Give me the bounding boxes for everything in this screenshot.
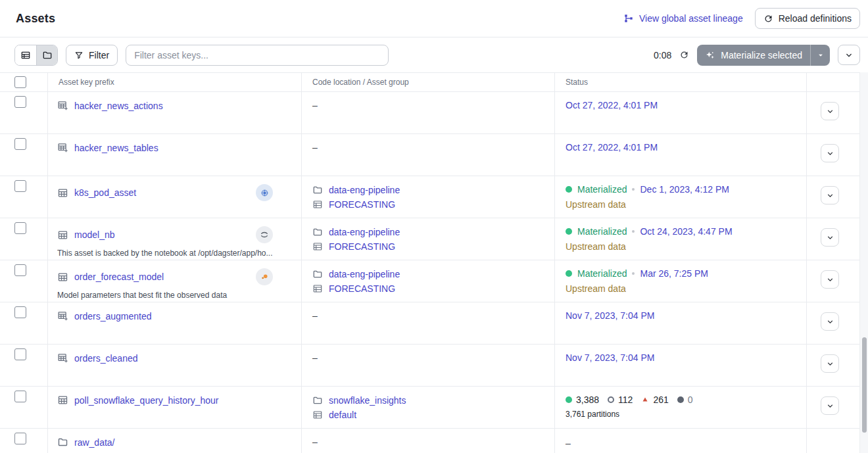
asset-group-link[interactable]: default: [329, 410, 356, 420]
code-location-link[interactable]: data-eng-pipeline: [329, 185, 400, 195]
filter-button-label: Filter: [89, 50, 109, 60]
empty-value: –: [312, 99, 318, 110]
asset-key-link[interactable]: hacker_news_actions: [74, 101, 163, 111]
folder-icon: [312, 185, 323, 195]
reload-definitions-button[interactable]: Reload definitions: [755, 8, 860, 29]
status-date-link[interactable]: Oct 24, 2023, 4:47 PM: [640, 226, 732, 237]
code-location-link[interactable]: snowflake_insights: [329, 395, 406, 406]
code-location-link[interactable]: data-eng-pipeline: [329, 227, 400, 237]
list-view-icon: [20, 50, 31, 60]
asset-key-link[interactable]: orders_cleaned: [74, 353, 138, 364]
row-expand-button[interactable]: [821, 312, 839, 331]
asset-group-link[interactable]: FORECASTING: [329, 283, 395, 294]
row-checkbox[interactable]: [14, 138, 26, 150]
asset-key-link[interactable]: poll_snowflake_query_history_hour: [74, 395, 218, 406]
row-checkbox[interactable]: [14, 433, 26, 444]
row-checkbox[interactable]: [14, 348, 26, 360]
status-label: Materialized: [577, 184, 627, 195]
materialized-dot: [566, 186, 572, 193]
table-header-row: Asset key prefix Code location / Asset g…: [0, 72, 859, 91]
asset-key-link[interactable]: raw_data/: [74, 437, 114, 448]
table-icon: [57, 229, 68, 241]
row-checkbox[interactable]: [14, 222, 26, 234]
separator-dot: [632, 188, 635, 191]
empty-value: –: [312, 435, 318, 447]
table-row: orders_cleaned – Nov 7, 2023, 7:04 PM: [0, 344, 859, 386]
asset-key-link[interactable]: k8s_pod_asset: [74, 187, 136, 198]
refresh-timer: 0:08: [654, 50, 671, 60]
status-note: Upstream data: [566, 283, 796, 294]
view-global-asset-lineage-link[interactable]: View global asset lineage: [623, 13, 743, 24]
empty-value: –: [566, 437, 571, 448]
row-expand-button[interactable]: [821, 144, 839, 162]
scikit-learn-icon: [256, 268, 273, 285]
jupyter-icon: [256, 226, 273, 243]
asset-group-link[interactable]: FORECASTING: [329, 199, 395, 210]
failed-partitions-icon: [641, 396, 649, 404]
status-date-link[interactable]: Nov 7, 2023, 7:04 PM: [566, 352, 654, 363]
asset-key-link[interactable]: model_nb: [74, 229, 115, 240]
row-expand-button[interactable]: [821, 228, 839, 247]
filter-asset-keys-input[interactable]: [126, 45, 389, 66]
table-row: raw_data/ – –: [0, 428, 859, 453]
row-checkbox[interactable]: [14, 306, 26, 318]
table-plus-icon: [57, 100, 68, 111]
vertical-scrollbar[interactable]: [862, 337, 867, 433]
observed-count: 112: [618, 394, 633, 405]
empty-value: –: [312, 141, 318, 153]
status-note: Upstream data: [566, 199, 796, 210]
status-date-link[interactable]: Nov 7, 2023, 7:04 PM: [566, 310, 654, 321]
list-view-button[interactable]: [15, 45, 36, 65]
table-row: orders_augmented – Nov 7, 2023, 7:04 PM: [0, 302, 859, 344]
status-date-link[interactable]: Mar 26, 7:25 PM: [640, 268, 708, 279]
row-expand-button[interactable]: [821, 354, 839, 373]
row-expand-button[interactable]: [821, 102, 839, 120]
missing-partitions-dot: [677, 396, 684, 403]
materialize-options-button[interactable]: [810, 45, 830, 66]
asset-group-icon: [312, 283, 323, 294]
select-all-checkbox[interactable]: [14, 76, 26, 88]
materialized-dot: [566, 270, 572, 277]
observed-partitions-icon: [608, 396, 614, 403]
row-checkbox[interactable]: [14, 96, 26, 108]
status-date-link[interactable]: Oct 27, 2022, 4:01 PM: [566, 100, 658, 110]
status-label: Materialized: [577, 268, 627, 279]
row-expand-button[interactable]: [821, 186, 839, 204]
separator-dot: [632, 272, 635, 275]
filter-button[interactable]: Filter: [66, 45, 118, 66]
more-actions-button[interactable]: [838, 45, 860, 65]
folder-icon: [312, 227, 323, 237]
materialize-split-button: Materialize selected: [697, 45, 830, 66]
asset-key-link[interactable]: order_forecast_model: [74, 272, 164, 282]
column-header-location: Code location / Asset group: [301, 73, 554, 91]
assets-table: Asset key prefix Code location / Asset g…: [0, 72, 859, 453]
folder-icon: [312, 269, 323, 279]
status-date-link[interactable]: Oct 27, 2022, 4:01 PM: [566, 142, 658, 153]
empty-value: –: [312, 309, 318, 321]
row-checkbox[interactable]: [14, 180, 26, 192]
separator-dot: [632, 230, 635, 233]
materialized-partitions-dot: [566, 396, 572, 403]
row-expand-button[interactable]: [821, 270, 839, 289]
row-checkbox[interactable]: [14, 264, 26, 276]
missing-count: 0: [688, 394, 693, 405]
folder-view-icon: [42, 50, 53, 60]
asset-group-link[interactable]: FORECASTING: [329, 241, 395, 252]
table-row: hacker_news_tables – Oct 27, 2022, 4:01 …: [0, 133, 859, 176]
status-date-link[interactable]: Dec 1, 2023, 4:12 PM: [640, 184, 729, 195]
code-location-link[interactable]: data-eng-pipeline: [329, 269, 400, 279]
materialize-selected-button[interactable]: Materialize selected: [697, 45, 810, 66]
refresh-countdown-icon[interactable]: [679, 50, 689, 60]
assets-toolbar: Filter 0:08 Materialize selected: [0, 37, 868, 72]
asset-description: Model parameters that best fit the obser…: [57, 291, 291, 300]
row-checkbox[interactable]: [14, 391, 26, 402]
asset-key-link[interactable]: hacker_news_tables: [74, 143, 158, 153]
table-row: k8s_pod_asset data-eng-pipeline FORECAST…: [0, 176, 859, 218]
asset-description: This asset is backed by the notebook at …: [57, 249, 291, 258]
status-label: Materialized: [577, 226, 627, 237]
folder-view-button[interactable]: [36, 45, 57, 65]
failed-count: 261: [653, 394, 668, 405]
asset-key-link[interactable]: orders_augmented: [74, 311, 152, 322]
row-expand-button[interactable]: [821, 396, 839, 415]
table-icon: [57, 272, 68, 283]
